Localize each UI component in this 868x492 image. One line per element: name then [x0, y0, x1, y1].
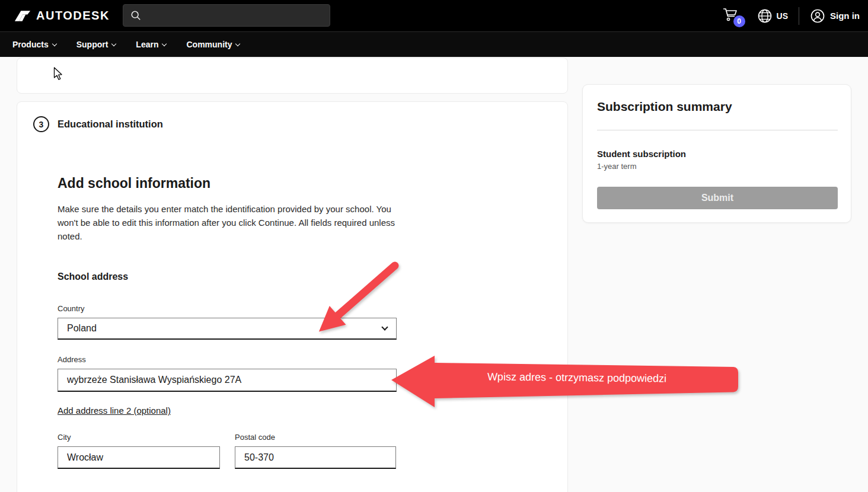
- city-input[interactable]: [58, 446, 220, 469]
- step-title: Educational institution: [58, 119, 163, 130]
- top-header-bar: AUTODESK 0: [0, 0, 868, 31]
- nav-label: Support: [76, 40, 108, 49]
- nav-item-community[interactable]: Community: [186, 40, 240, 49]
- locale-selector[interactable]: US: [757, 8, 788, 24]
- nav-item-products[interactable]: Products: [12, 40, 56, 49]
- educational-institution-card: 3 Educational institution Add school inf…: [17, 101, 568, 492]
- summary-product-name: Student subscription: [597, 149, 686, 159]
- chevron-down-icon: [162, 41, 167, 46]
- address-input[interactable]: [58, 369, 397, 392]
- search-icon: [130, 10, 141, 21]
- header-actions: 0 US Sign in: [722, 0, 860, 31]
- summary-title: Subscription summary: [597, 100, 732, 114]
- page: AUTODESK 0: [0, 0, 868, 492]
- form-description: Make sure the details you enter match th…: [58, 202, 404, 243]
- city-label: City: [58, 433, 71, 442]
- nav-label: Community: [186, 40, 232, 49]
- chevron-down-icon: [235, 41, 240, 46]
- address-label: Address: [58, 355, 86, 364]
- account-icon: [810, 8, 825, 24]
- brand-wordmark: AUTODESK: [36, 9, 110, 23]
- search-input[interactable]: [123, 4, 330, 27]
- chevron-down-icon: [381, 324, 388, 330]
- autodesk-logo[interactable]: AUTODESK: [14, 0, 110, 31]
- summary-term: 1-year term: [597, 162, 636, 171]
- nav-item-support[interactable]: Support: [76, 40, 116, 49]
- cart-button[interactable]: 0: [722, 6, 742, 26]
- autodesk-logo-icon: [14, 9, 31, 23]
- form-heading: Add school information: [58, 175, 210, 191]
- nav-label: Learn: [136, 40, 158, 49]
- step-number-badge: 3: [33, 116, 49, 132]
- cart-count-badge: 0: [733, 15, 745, 27]
- country-select[interactable]: Poland: [58, 318, 397, 340]
- country-selected-value: Poland: [67, 323, 97, 334]
- add-address-line2-link[interactable]: Add address line 2 (optional): [58, 405, 171, 416]
- school-address-section-title: School address: [58, 271, 128, 282]
- header-divider: [799, 7, 799, 25]
- summary-divider: [597, 130, 838, 130]
- globe-icon: [757, 8, 773, 24]
- postal-code-label: Postal code: [235, 433, 275, 442]
- nav-item-learn[interactable]: Learn: [136, 40, 166, 49]
- previous-step-card: [17, 57, 568, 94]
- subscription-summary-card: Subscription summary Student subscriptio…: [582, 84, 851, 223]
- main-nav-bar: Products Support Learn Community: [0, 31, 868, 57]
- postal-code-input[interactable]: [235, 446, 396, 469]
- country-label: Country: [58, 304, 85, 313]
- chevron-down-icon: [52, 41, 56, 46]
- submit-button[interactable]: Submit: [597, 187, 838, 209]
- chevron-down-icon: [111, 41, 116, 46]
- locale-label: US: [777, 11, 788, 21]
- sign-in-button[interactable]: Sign in: [810, 8, 860, 24]
- nav-label: Products: [12, 40, 49, 49]
- sign-in-label: Sign in: [830, 11, 860, 21]
